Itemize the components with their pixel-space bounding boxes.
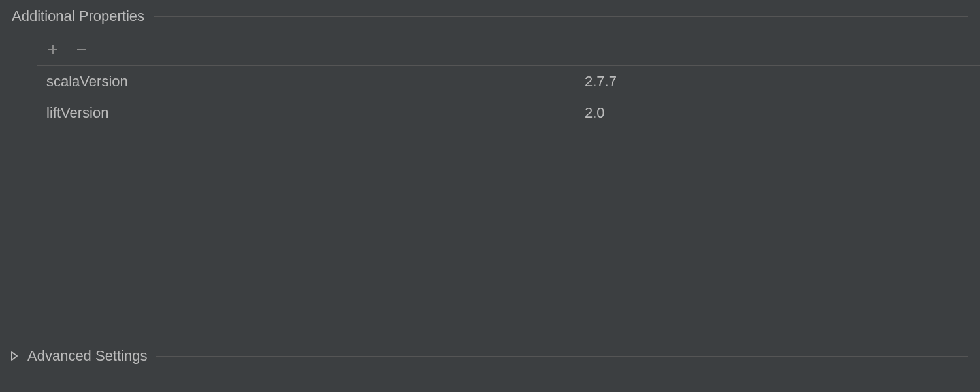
section-title: Advanced Settings [27, 348, 147, 365]
section-title: Additional Properties [12, 8, 144, 25]
add-button[interactable] [46, 43, 59, 56]
property-value: 2.7.7 [585, 73, 980, 90]
remove-button[interactable] [75, 43, 88, 56]
section-divider [156, 356, 968, 357]
chevron-right-icon [8, 351, 21, 361]
property-key: scalaVersion [46, 73, 585, 90]
table-row[interactable]: scalaVersion 2.7.7 [37, 66, 980, 97]
additional-properties-header: Additional Properties [0, 0, 980, 33]
properties-table: scalaVersion 2.7.7 liftVersion 2.0 [37, 66, 980, 299]
plus-icon [47, 44, 59, 56]
advanced-settings-header[interactable]: Advanced Settings [0, 340, 980, 372]
property-value: 2.0 [585, 105, 980, 122]
minus-icon [76, 44, 88, 56]
properties-panel: scalaVersion 2.7.7 liftVersion 2.0 [37, 33, 980, 299]
property-key: liftVersion [46, 105, 585, 122]
section-divider [154, 16, 968, 17]
properties-toolbar [37, 33, 980, 66]
table-row[interactable]: liftVersion 2.0 [37, 97, 980, 129]
